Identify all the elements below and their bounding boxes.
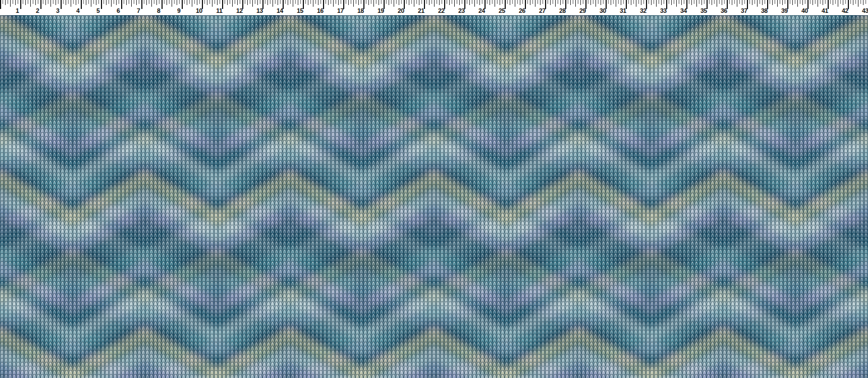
- ruler-number: 23: [458, 7, 465, 14]
- ruler-number: 2: [36, 7, 39, 14]
- ruler-number: 7: [137, 7, 140, 14]
- ruler-number: 42: [842, 7, 848, 14]
- ruler-number: 33: [660, 7, 667, 14]
- ruler-number: 6: [117, 7, 120, 14]
- ruler-number: 19: [377, 7, 384, 14]
- ruler-number: 39: [781, 7, 788, 14]
- ruler-number: 43: [862, 7, 868, 14]
- ruler-number: 36: [721, 7, 727, 14]
- ruler-number: 15: [297, 7, 303, 14]
- ruler-number: 25: [498, 7, 505, 14]
- ruler-number: 24: [478, 7, 485, 14]
- ruler-number: 9: [177, 7, 181, 14]
- ruler-number: 14: [276, 7, 283, 14]
- ruler-number: 30: [599, 7, 606, 14]
- ruler-number: 11: [216, 7, 222, 14]
- ruler-number: 37: [741, 7, 747, 14]
- ruler-number: 13: [256, 7, 263, 14]
- ruler-number: 8: [157, 7, 160, 14]
- ruler-number: 38: [761, 7, 768, 14]
- ruler-number: 28: [559, 7, 566, 14]
- ruler-number: 16: [317, 7, 324, 14]
- ruler-number: 34: [680, 7, 687, 14]
- ruler-number: 40: [801, 7, 808, 14]
- ruler-number: 26: [519, 7, 525, 14]
- ruler-number: 17: [337, 7, 344, 14]
- ruler-number: 41: [821, 7, 828, 14]
- ruler-number: 29: [579, 7, 586, 14]
- ruler-number: 18: [357, 7, 364, 14]
- ruler-number: 10: [196, 7, 202, 14]
- ruler-number: 20: [398, 7, 404, 14]
- ruler-number: 31: [620, 7, 626, 14]
- ruler-number: 3: [56, 7, 59, 14]
- ruler-number: 32: [640, 7, 647, 14]
- ruler-number: 1: [16, 7, 19, 14]
- ruler-number: 21: [418, 7, 424, 14]
- fabric-swatch: [0, 15, 868, 378]
- fabric-swatch-screenshot: { "meta": { "description": "Teal, blue, …: [0, 0, 868, 378]
- ruler-number: 5: [96, 7, 100, 14]
- ruler-number: 4: [76, 7, 80, 14]
- ruler-number: 27: [539, 7, 546, 14]
- ruler-number: 12: [236, 7, 243, 14]
- ruler-number: 35: [700, 7, 707, 14]
- ruler: 1234567891011121314151617181920212223242…: [0, 0, 868, 15]
- fabric-pattern-svg: [0, 15, 868, 378]
- ruler-number: 22: [438, 7, 445, 14]
